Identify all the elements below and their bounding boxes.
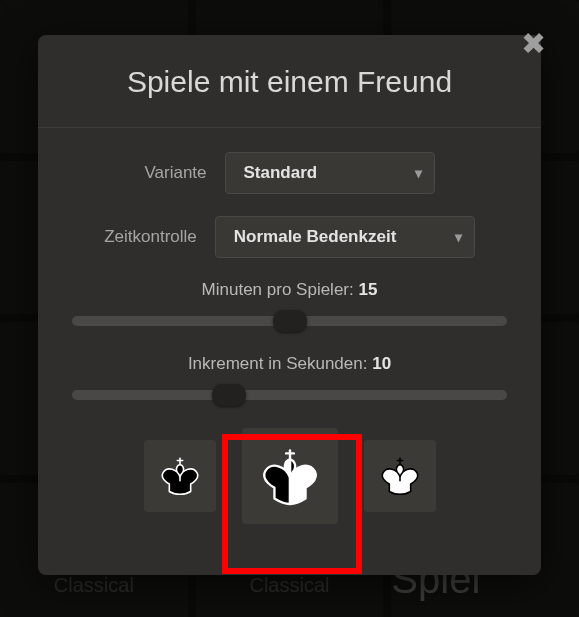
- slider-thumb[interactable]: [212, 384, 246, 406]
- color-black-button[interactable]: [144, 440, 216, 512]
- minutes-value: 15: [358, 280, 377, 299]
- time-control-value: Normale Bedenkzeit: [234, 227, 397, 247]
- variant-label: Variante: [144, 163, 206, 183]
- color-white-button[interactable]: [364, 440, 436, 512]
- increment-value: 10: [372, 354, 391, 373]
- time-control-row: Zeitkontrolle Normale Bedenkzeit ▾: [72, 216, 507, 258]
- time-control-select[interactable]: Normale Bedenkzeit ▾: [215, 216, 475, 258]
- minutes-label: Minuten pro Spieler: 15: [72, 280, 507, 300]
- slider-track: [72, 390, 507, 400]
- chevron-down-icon: ▾: [415, 165, 422, 181]
- increment-label: Inkrement in Sekunden: 10: [72, 354, 507, 374]
- variant-row: Variante Standard ▾: [72, 152, 507, 194]
- color-random-button[interactable]: [242, 428, 338, 524]
- color-choice-row: [72, 428, 507, 524]
- close-button[interactable]: ✖: [515, 25, 551, 61]
- time-control-label: Zeitkontrolle: [104, 227, 197, 247]
- variant-value: Standard: [244, 163, 318, 183]
- chevron-down-icon: ▾: [455, 229, 462, 245]
- close-icon: ✖: [521, 26, 546, 61]
- modal-title: Spiele mit einem Freund: [38, 35, 541, 128]
- variant-select[interactable]: Standard ▾: [225, 152, 435, 194]
- modal-body: Variante Standard ▾ Zeitkontrolle Normal…: [38, 128, 541, 524]
- play-friend-modal: ✖ Spiele mit einem Freund Variante Stand…: [38, 35, 541, 575]
- increment-slider[interactable]: [72, 386, 507, 404]
- white-king-icon: [376, 452, 424, 500]
- slider-thumb[interactable]: [273, 310, 307, 332]
- black-king-icon: [156, 452, 204, 500]
- random-king-icon: [255, 441, 325, 511]
- minutes-slider[interactable]: [72, 312, 507, 330]
